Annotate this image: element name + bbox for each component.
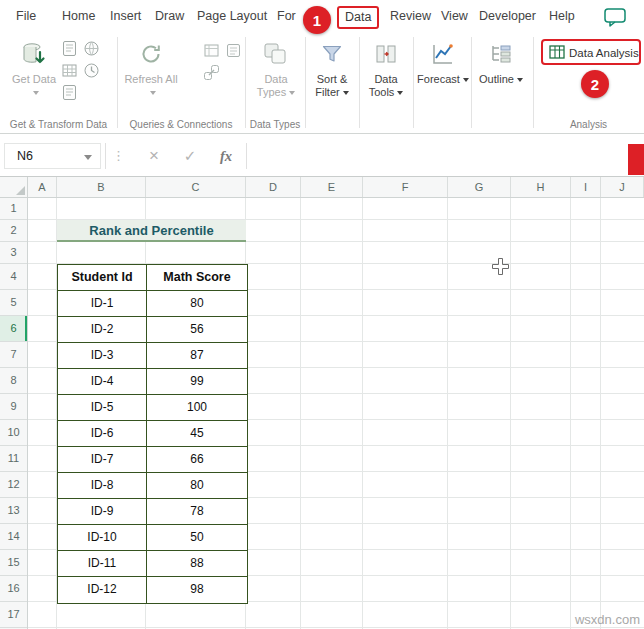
table-cell[interactable]: ID-11 xyxy=(58,551,147,577)
row-header-8[interactable]: 8 xyxy=(0,368,27,394)
annotation-step-1: 1 xyxy=(303,6,331,34)
table-cell[interactable]: ID-10 xyxy=(58,525,147,551)
row-header-5[interactable]: 5 xyxy=(0,290,27,316)
table-cell[interactable]: ID-12 xyxy=(58,577,147,603)
row-header-16[interactable]: 16 xyxy=(0,576,27,602)
row-header-9[interactable]: 9 xyxy=(0,394,27,420)
menu-tab-file[interactable]: File xyxy=(16,0,36,33)
enter-icon[interactable]: ✓ xyxy=(180,143,200,169)
from-table-range-icon[interactable] xyxy=(60,61,78,79)
row-header-11[interactable]: 11 xyxy=(0,446,27,472)
table-row: ID-766 xyxy=(58,447,247,473)
menu-tab-for[interactable]: For xyxy=(277,0,296,33)
from-text-csv-icon[interactable] xyxy=(60,39,78,57)
table-cell[interactable]: 87 xyxy=(147,343,247,369)
table-cell[interactable]: ID-4 xyxy=(58,369,147,395)
table-header-row: Student IdMath Score xyxy=(58,265,247,291)
column-header-H[interactable]: H xyxy=(511,177,571,197)
menu-tab-view[interactable]: View xyxy=(441,0,468,33)
menu-tab-data[interactable]: Data xyxy=(337,6,379,29)
table-cell[interactable]: ID-1 xyxy=(58,291,147,317)
data-types-icon xyxy=(263,37,289,71)
row-header-13[interactable]: 13 xyxy=(0,498,27,524)
name-box[interactable]: N6 xyxy=(4,143,101,169)
formula-input[interactable] xyxy=(252,143,624,169)
data-tools-button[interactable]: Data Tools xyxy=(362,37,410,99)
sheet-title-cell[interactable]: Rank and Percentile xyxy=(57,220,246,242)
row-header-7[interactable]: 7 xyxy=(0,342,27,368)
outline-icon xyxy=(489,37,513,71)
table-cell[interactable]: 99 xyxy=(147,369,247,395)
row-header-4[interactable]: 4 xyxy=(0,264,27,290)
sort-filter-button[interactable]: Sort & Filter xyxy=(308,37,356,99)
table-cell[interactable]: 80 xyxy=(147,291,247,317)
cancel-icon[interactable]: × xyxy=(144,143,164,169)
table-cell[interactable]: 45 xyxy=(147,421,247,447)
table-cell[interactable]: 88 xyxy=(147,551,247,577)
table-cell[interactable]: 98 xyxy=(147,577,247,603)
column-header-A[interactable]: A xyxy=(28,177,57,197)
table-cell[interactable]: ID-8 xyxy=(58,473,147,499)
table-cell[interactable]: 50 xyxy=(147,525,247,551)
group-separator xyxy=(245,37,246,128)
table-cell[interactable]: 78 xyxy=(147,499,247,525)
column-header-J[interactable]: J xyxy=(601,177,644,197)
table-header-cell[interactable]: Student Id xyxy=(58,265,147,291)
formula-bar-handle-icon[interactable]: ⋮ xyxy=(112,143,124,169)
chat-bubble-icon xyxy=(604,13,626,30)
menu-tab-insert[interactable]: Insert xyxy=(110,0,141,33)
recent-sources-icon[interactable] xyxy=(82,61,100,79)
menu-tab-home[interactable]: Home xyxy=(62,0,95,33)
queries-connections-icon[interactable] xyxy=(202,41,220,59)
row-header-10[interactable]: 10 xyxy=(0,420,27,446)
from-web-icon[interactable] xyxy=(82,39,100,57)
table-cell[interactable]: 66 xyxy=(147,447,247,473)
menu-tab-page-layout[interactable]: Page Layout xyxy=(197,0,267,33)
table-cell[interactable]: ID-9 xyxy=(58,499,147,525)
column-header-G[interactable]: G xyxy=(448,177,511,197)
cells-area[interactable]: Rank and Percentile Student IdMath Score… xyxy=(28,198,644,629)
column-header-C[interactable]: C xyxy=(146,177,246,197)
row-header-14[interactable]: 14 xyxy=(0,524,27,550)
forecast-button[interactable]: Forecast xyxy=(417,37,469,86)
column-header-B[interactable]: B xyxy=(57,177,146,197)
column-header-F[interactable]: F xyxy=(363,177,448,197)
table-cell[interactable]: 100 xyxy=(147,395,247,421)
select-all-corner[interactable] xyxy=(0,177,28,198)
name-box-dropdown-icon[interactable] xyxy=(84,155,92,160)
insert-function-icon[interactable]: fx xyxy=(214,143,238,169)
data-analysis-icon xyxy=(549,44,565,62)
row-header-6[interactable]: 6 xyxy=(0,316,27,342)
table-cell[interactable]: ID-2 xyxy=(58,317,147,343)
column-header-D[interactable]: D xyxy=(246,177,301,197)
edit-links-icon[interactable] xyxy=(202,63,220,81)
menu-tab-help[interactable]: Help xyxy=(549,0,575,33)
refresh-all-button[interactable]: Refresh All xyxy=(124,37,178,99)
menu-tab-developer[interactable]: Developer xyxy=(479,0,536,33)
table-cell[interactable]: 56 xyxy=(147,317,247,343)
menu-tab-review[interactable]: Review xyxy=(390,0,431,33)
row-header-2[interactable]: 2 xyxy=(0,220,27,242)
table-cell[interactable]: 80 xyxy=(147,473,247,499)
data-types-button[interactable]: Data Types xyxy=(250,37,302,99)
table-cell[interactable]: ID-5 xyxy=(58,395,147,421)
column-header-I[interactable]: I xyxy=(571,177,601,197)
annotation-step-2: 2 xyxy=(581,70,609,98)
row-header-1[interactable]: 1 xyxy=(0,198,27,220)
table-cell[interactable]: ID-6 xyxy=(58,421,147,447)
get-data-button[interactable]: Get Data xyxy=(10,37,58,99)
comments-button[interactable] xyxy=(604,8,628,28)
table-cell[interactable]: ID-7 xyxy=(58,447,147,473)
row-header-12[interactable]: 12 xyxy=(0,472,27,498)
data-analysis-button[interactable]: Data Analysis xyxy=(549,44,639,61)
menu-tab-draw[interactable]: Draw xyxy=(155,0,184,33)
row-header-15[interactable]: 15 xyxy=(0,550,27,576)
outline-button[interactable]: Outline xyxy=(475,37,527,86)
table-cell[interactable]: ID-3 xyxy=(58,343,147,369)
table-header-cell[interactable]: Math Score xyxy=(147,265,247,291)
row-header-3[interactable]: 3 xyxy=(0,242,27,264)
row-header-17[interactable]: 17 xyxy=(0,602,27,628)
properties-icon[interactable] xyxy=(224,41,242,59)
existing-connections-icon[interactable] xyxy=(60,83,78,101)
column-header-E[interactable]: E xyxy=(301,177,363,197)
